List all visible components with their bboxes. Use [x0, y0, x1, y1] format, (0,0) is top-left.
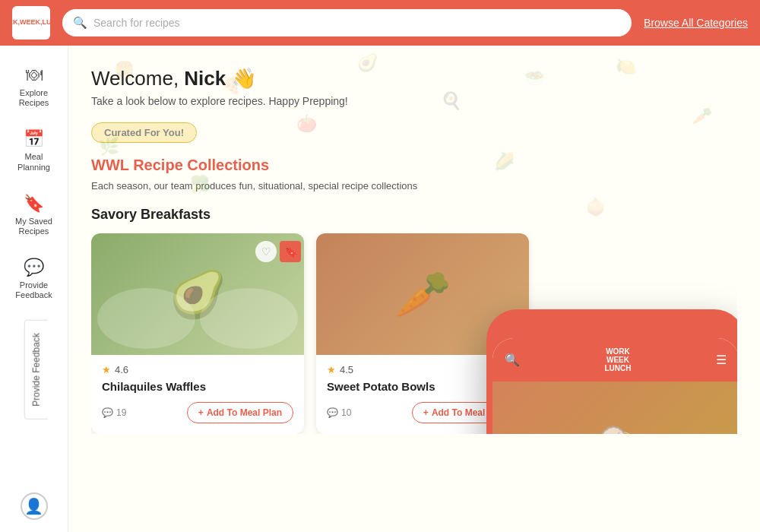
comment-icon-2: 💬: [327, 407, 338, 418]
search-placeholder: Search for recipes: [93, 17, 180, 29]
sidebar-bottom: 👤: [21, 492, 48, 532]
recipe-name-chilaquiles: Chilaquiles Waffles: [102, 380, 293, 393]
meal-planning-icon: 📅: [24, 129, 44, 149]
add-to-meal-plan-chilaquiles[interactable]: + Add To Meal Plan: [187, 402, 293, 423]
phone-menu-icon: ☰: [716, 353, 727, 367]
star-icon: ★: [102, 364, 111, 375]
collections-desc: Each season, our team produces fun, situ…: [91, 180, 737, 192]
phone-header: 🔍 workweeklunch ☰: [492, 338, 737, 382]
user-avatar[interactable]: 👤: [21, 492, 48, 520]
comment-num-sweet-potato: 10: [341, 407, 351, 418]
feedback-tab[interactable]: Provide Feedback: [24, 320, 48, 420]
rating-chilaquiles: ★ 4.6: [102, 364, 293, 375]
search-icon: 🔍: [73, 16, 87, 30]
welcome-name: Nick: [184, 67, 226, 90]
comment-count-sweet-potato: 💬 10: [327, 407, 351, 418]
sidebar: 🍽 ExploreRecipes 📅 MealPlanning 🔖 My Sav…: [0, 46, 68, 532]
plus-icon: +: [198, 407, 204, 418]
wave-emoji: 👋: [232, 67, 256, 90]
phone-notch: [570, 320, 661, 335]
welcome-section: Welcome, Nick 👋 Take a look below to exp…: [91, 67, 737, 107]
logo[interactable]: work,week,lunch: [12, 6, 50, 40]
comment-num-chilaquiles: 19: [116, 407, 126, 418]
welcome-title: Welcome, Nick 👋: [91, 67, 737, 90]
recipe-footer-chilaquiles: 💬 19 + Add To Meal Plan: [102, 402, 293, 423]
phone-overlay: 🔍 workweeklunch ☰ 🍛 Easy Butter Chicken/…: [486, 309, 737, 434]
phone-frame: 🔍 workweeklunch ☰ 🍛 Easy Butter Chicken/…: [486, 309, 737, 434]
phone-screen: 🔍 workweeklunch ☰ 🍛 Easy Butter Chicken/…: [492, 338, 737, 434]
sidebar-label-feedback: ProvideFeedback: [15, 280, 52, 300]
welcome-subtitle: Take a look below to explore recipes. Ha…: [91, 95, 737, 107]
plus-icon-2: +: [423, 407, 429, 418]
recipe-image-chilaquiles: 🥑 ♡ 🔖: [91, 233, 304, 355]
sidebar-label-meal-planning: MealPlanning: [17, 152, 50, 172]
section-savory-title: Savory Breakfasts: [91, 207, 737, 223]
avatar-icon: 👤: [24, 497, 43, 515]
sidebar-item-explore[interactable]: 🍽 ExploreRecipes: [4, 58, 65, 116]
main-layout: 🍽 ExploreRecipes 📅 MealPlanning 🔖 My Sav…: [0, 46, 760, 532]
collections-title: WWL Recipe Collections: [91, 157, 737, 174]
rating-value-chilaquiles: 4.6: [115, 364, 128, 375]
logo-text: work,week,lunch: [0, 19, 66, 27]
phone-logo: workweeklunch: [605, 347, 632, 372]
welcome-prefix: Welcome,: [91, 67, 184, 90]
sidebar-label-saved: My SavedRecipes: [15, 217, 52, 236]
sidebar-item-feedback[interactable]: 💬 ProvideFeedback: [4, 250, 65, 308]
saved-icon: 🔖: [24, 194, 44, 214]
sidebar-item-meal-planning[interactable]: 📅 MealPlanning: [4, 122, 65, 179]
explore-icon: 🍽: [26, 65, 43, 85]
recipe-info-chilaquiles: ★ 4.6 Chilaquiles Waffles 💬 19 + Add To …: [91, 355, 304, 434]
recipe-row: 🥑 ♡ 🔖 ★ 4.6 Chilaquiles Waffles: [91, 233, 737, 434]
curated-badge[interactable]: Curated For You!: [91, 122, 197, 143]
comment-icon: 💬: [102, 407, 113, 418]
phone-recipe-image: 🍛: [492, 382, 737, 434]
comment-count-chilaquiles: 💬 19: [102, 407, 126, 418]
bookmark-button-chilaquiles[interactable]: 🔖: [280, 241, 301, 262]
browse-all-categories-link[interactable]: Browse All Categories: [644, 17, 748, 29]
rating-value-sweet-potato: 4.5: [340, 364, 353, 375]
star-icon-2: ★: [327, 364, 336, 375]
header: work,week,lunch 🔍 Search for recipes Bro…: [0, 0, 760, 46]
phone-search-icon: 🔍: [505, 353, 520, 367]
feedback-icon: 💬: [24, 258, 44, 277]
heart-button-chilaquiles[interactable]: ♡: [255, 241, 277, 262]
search-bar[interactable]: 🔍 Search for recipes: [62, 9, 632, 36]
sidebar-label-explore: ExploreRecipes: [19, 88, 49, 108]
sidebar-item-saved[interactable]: 🔖 My SavedRecipes: [4, 186, 65, 244]
main-content: 🍔 🍕 🥑 🍳 🥗 🍋 🥕 🌿 🥦 🍅 🌽 🧅 🥒 🫑 🧄 Welcome, N…: [68, 46, 760, 532]
recipe-card-chilaquiles: 🥑 ♡ 🔖 ★ 4.6 Chilaquiles Waffles: [91, 233, 304, 434]
add-label-chilaquiles: Add To Meal Plan: [207, 407, 282, 418]
